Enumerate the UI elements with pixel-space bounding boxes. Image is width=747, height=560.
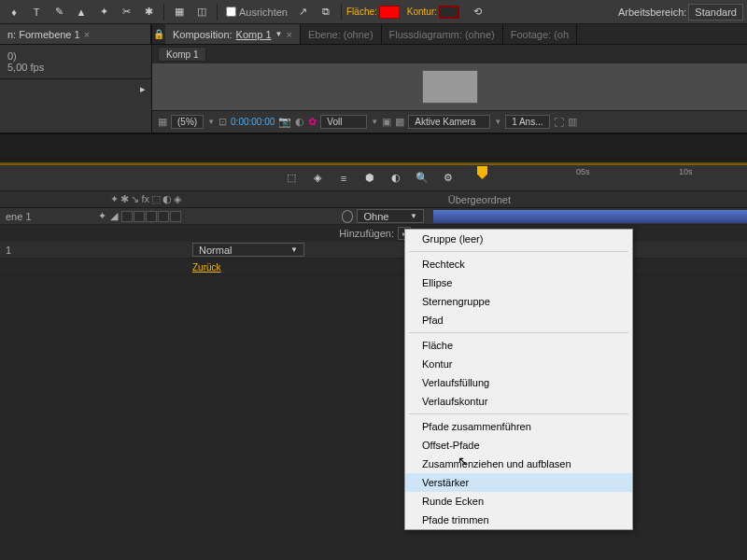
eraser-tool-icon[interactable]: ✦ <box>93 2 114 22</box>
project-tab[interactable]: n: Formebene 1 × <box>0 24 151 44</box>
layer-bar[interactable] <box>433 210 747 223</box>
parent-dropdown[interactable]: Ohne ▼ <box>357 209 424 223</box>
layer-tab[interactable]: Ebene: (ohne) <box>301 24 382 44</box>
snap-toggle-icon[interactable]: ↗ <box>293 2 314 22</box>
bbox-icon[interactable]: ⧉ <box>316 2 336 22</box>
add-shape-row: Hinzufügen: ▸ <box>0 225 747 242</box>
camera-dropdown[interactable]: Aktive Kamera <box>408 115 490 129</box>
chevron-down-icon: ▼ <box>290 245 298 254</box>
playhead-icon[interactable] <box>477 166 487 179</box>
pen-tool-icon[interactable]: ♦ <box>4 2 24 22</box>
brush-tool-icon[interactable]: ✎ <box>49 2 69 22</box>
quality-dropdown[interactable]: Voll <box>320 115 367 129</box>
align-check-input[interactable] <box>226 7 236 17</box>
menu-item-fill[interactable]: Fläche <box>405 336 632 355</box>
stroke-swatch[interactable] <box>439 6 459 19</box>
close-icon[interactable]: × <box>84 29 90 40</box>
views-dropdown[interactable]: 1 Ans... <box>505 115 550 129</box>
blend-mode-dropdown[interactable]: Normal ▼ <box>192 243 304 257</box>
main-toolbar: ♦ T ✎ ▲ ✦ ✂ ✱ ▦ ◫ Ausrichten ↗ ⧉ Fläche:… <box>0 0 747 24</box>
type-tool-icon[interactable]: T <box>26 2 47 22</box>
timeline-content-row[interactable]: 1 Normal ▼ <box>0 242 747 259</box>
switch-icon[interactable]: ↘ <box>131 193 139 205</box>
play-icon[interactable]: ▸ <box>140 83 146 95</box>
switch-boxes[interactable] <box>121 211 181 222</box>
menu-item-ellipse[interactable]: Ellipse <box>405 273 632 292</box>
grid-icon[interactable]: ▦ <box>158 116 167 128</box>
mask-icon[interactable]: ▣ <box>382 116 391 128</box>
menu-item-polystar[interactable]: Sternengruppe <box>405 292 632 311</box>
blur-icon[interactable]: ◐ <box>386 168 406 189</box>
comp-tab-prefix: Komposition: <box>173 29 233 40</box>
res-icon[interactable]: ⊡ <box>218 116 227 128</box>
roto-tool-icon[interactable]: ✂ <box>116 2 136 22</box>
footage-tab[interactable]: Footage: (oh <box>503 24 577 44</box>
workspace-dropdown[interactable]: Standard <box>688 4 743 21</box>
comp-tab-name: Komp 1 <box>236 29 272 40</box>
3d-icon[interactable]: ◈ <box>307 168 328 189</box>
layer-track[interactable] <box>430 208 747 224</box>
menu-item-stroke[interactable]: Kontur <box>405 355 632 373</box>
viewer-controls: ▦ (5%) ▼ ⊡ 0:00:00:00 📷 ◐ ✿ Voll ▼ ▣ ▩ A… <box>152 110 747 133</box>
menu-item-group-empty[interactable]: Gruppe (leer) <box>405 230 632 248</box>
align-checkbox[interactable]: Ausrichten <box>222 7 291 18</box>
switch-icon[interactable]: fx <box>141 193 149 205</box>
chevron-down-icon[interactable]: ▼ <box>371 118 378 126</box>
puppet-tool-icon[interactable]: ✱ <box>138 2 159 22</box>
link-icon[interactable]: ⟲ <box>467 2 487 22</box>
search-icon[interactable]: 🔍 <box>412 168 432 189</box>
time-ruler[interactable]: 05s 10s <box>472 165 740 190</box>
tab-label: Footage: (oh <box>511 29 569 40</box>
pixel-icon[interactable]: ▥ <box>568 116 577 128</box>
tab-label: Flussdiagramm: (ohne) <box>389 29 495 40</box>
close-icon[interactable]: × <box>286 29 291 40</box>
misc-icon[interactable]: ◐ <box>295 116 304 128</box>
comp-tab[interactable]: Komposition: Komp 1 ▼ × <box>165 24 301 44</box>
expand-icon[interactable]: ⛶ <box>554 117 564 128</box>
parent-value: Ohne <box>363 211 388 222</box>
switch-icon[interactable]: ◢ <box>110 210 118 222</box>
zoom-dropdown[interactable]: (5%) <box>171 115 204 129</box>
color-icon[interactable]: ✿ <box>308 116 317 128</box>
switch-icon[interactable]: ✦ <box>110 193 119 205</box>
back-link[interactable]: Zurück <box>192 262 221 273</box>
menu-item-path[interactable]: Pfad <box>405 311 632 329</box>
motion-icon[interactable]: ⬢ <box>359 168 380 189</box>
chevron-down-icon[interactable]: ▼ <box>207 118 215 126</box>
composition-viewer[interactable] <box>152 63 747 110</box>
grid-icon[interactable]: ▦ <box>169 2 190 22</box>
menu-item-trim-paths[interactable]: Pfade trimmen <box>405 511 632 529</box>
switch-icon[interactable]: ◐ <box>162 193 172 205</box>
stamp-tool-icon[interactable]: ▲ <box>71 2 92 22</box>
flowchart-tab[interactable]: Flussdiagramm: (ohne) <box>382 24 503 44</box>
transparency-icon[interactable]: ▩ <box>395 116 404 128</box>
gear-icon[interactable]: ⚙ <box>438 168 458 189</box>
lock-icon[interactable]: 🔒 <box>153 29 164 39</box>
menu-item-merge-paths[interactable]: Pfade zusammenführen <box>405 417 632 436</box>
layers-icon[interactable]: ≡ <box>333 168 354 189</box>
menu-item-offset-paths[interactable]: Offset-Pfade <box>405 436 632 455</box>
fill-swatch[interactable] <box>379 6 400 19</box>
switch-icon[interactable]: ✱ <box>120 193 129 205</box>
menu-item-pucker-bloat[interactable]: Zusammenziehen und aufblasen <box>405 455 632 473</box>
menu-item-round-corners[interactable]: Runde Ecken <box>405 492 632 511</box>
menu-item-gradient-fill[interactable]: Verlaufsfüllung <box>405 373 632 392</box>
menu-separator <box>409 413 628 414</box>
menu-item-rectangle[interactable]: Rechteck <box>405 255 632 273</box>
switch-icon[interactable]: ◈ <box>174 193 181 205</box>
chevron-down-icon[interactable]: ▼ <box>494 118 501 126</box>
switch-icon[interactable]: ✦ <box>98 210 106 222</box>
footage-preview <box>422 70 478 104</box>
graph-icon[interactable]: ⬚ <box>281 168 302 189</box>
snap-icon[interactable]: ◫ <box>191 2 212 22</box>
comp-subtab[interactable]: Komp 1 <box>158 47 206 62</box>
pickwhip-icon[interactable] <box>342 210 353 223</box>
menu-item-repeater[interactable]: Verstärker <box>405 473 632 492</box>
timeline-layer-row[interactable]: ene 1 ✦ ◢ Ohne ▼ <box>0 208 747 225</box>
menu-item-gradient-stroke[interactable]: Verlaufskontur <box>405 392 632 411</box>
switch-icon[interactable]: ⬚ <box>151 193 161 205</box>
timecode-display[interactable]: 0:00:00:00 <box>231 117 275 127</box>
chevron-down-icon[interactable]: ▼ <box>275 30 283 38</box>
info-line: 0) <box>7 50 144 62</box>
camera-icon[interactable]: 📷 <box>278 116 291 128</box>
